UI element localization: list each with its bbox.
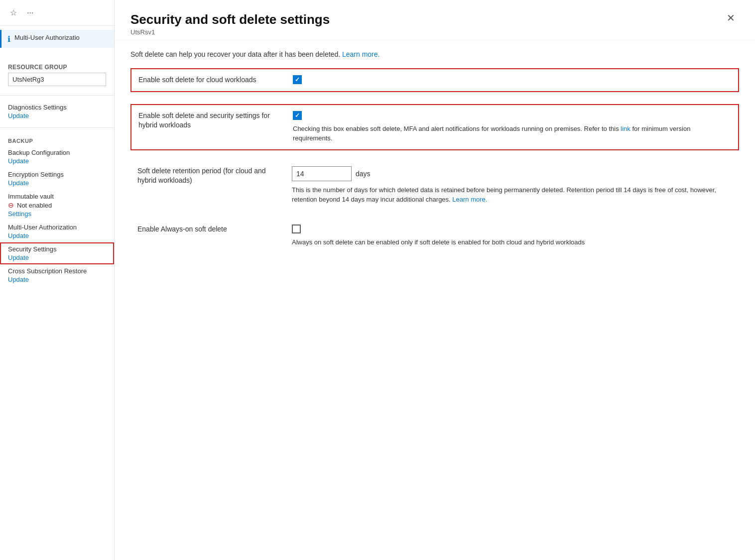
immutable-status-text: Not enabled <box>17 202 52 209</box>
diagnostics-label: Diagnostics Settings <box>8 104 106 111</box>
backup-section-title: BACKUP <box>0 133 114 146</box>
cloud-workloads-control: ✓ <box>293 75 731 84</box>
backup-config-label: Backup Configuration <box>8 149 106 156</box>
always-on-label: Enable Always-on soft delete <box>137 224 292 234</box>
cloud-workloads-label: Enable soft delete for cloud workloads <box>138 75 293 85</box>
hybrid-workloads-label: Enable soft delete and security settings… <box>138 111 293 130</box>
cross-sub-label: Cross Subscription Restore <box>8 267 106 275</box>
sidebar-divider-2 <box>0 127 114 128</box>
cloud-workloads-checkbox[interactable]: ✓ <box>293 75 302 84</box>
immutable-status: ⊖ Not enabled <box>8 201 106 209</box>
sidebar-item-multi-user: Multi-User Authorization Update <box>0 221 114 242</box>
sidebar-item-security-settings: Security Settings Update <box>0 242 114 264</box>
setting-row-cloud-workloads: Enable soft delete for cloud workloads ✓ <box>130 68 739 92</box>
sidebar-item-encryption: Encryption Settings Update <box>0 168 114 190</box>
setting-row-retention: Soft delete retention period (for cloud … <box>130 162 739 209</box>
retention-control: days This is the number of days for whic… <box>292 166 732 205</box>
setting-row-always-on: Enable Always-on soft delete Always on s… <box>130 221 739 251</box>
panel-header: Security and soft delete settings UtsRsv… <box>115 0 755 40</box>
panel-title-block: Security and soft delete settings UtsRsv… <box>130 12 330 36</box>
always-on-control: Always on soft delete can be enabled onl… <box>292 224 732 247</box>
sidebar-item-cross-sub: Cross Subscription Restore Update <box>0 264 114 286</box>
hybrid-workloads-checkmark: ✓ <box>295 112 300 118</box>
main-panel: Security and soft delete settings UtsRsv… <box>115 0 755 560</box>
star-button[interactable]: ☆ <box>8 7 19 18</box>
backup-config-update-link[interactable]: Update <box>8 157 106 165</box>
retention-label: Soft delete retention period (for cloud … <box>137 166 292 186</box>
multi-user-update-link[interactable]: Update <box>8 232 106 239</box>
cross-sub-update-link[interactable]: Update <box>8 276 106 283</box>
hybrid-workloads-control: ✓ Checking this box enables soft delete,… <box>293 111 731 143</box>
diagnostics-update-link[interactable]: Update <box>8 112 106 119</box>
immutable-settings-link[interactable]: Settings <box>8 210 106 218</box>
notification-text: Multi-User Authorizatio <box>14 34 80 41</box>
panel-content: Soft delete can help you recover your da… <box>115 40 755 560</box>
not-enabled-icon: ⊖ <box>8 201 14 209</box>
sidebar: ☆ ··· ℹ Multi-User Authorizatio Resource… <box>0 0 115 560</box>
resource-group-section: Resource group UtsNetRg3 <box>0 52 114 90</box>
multi-user-label: Multi-User Authorization <box>8 224 106 231</box>
intro-text: Soft delete can help you recover your da… <box>130 50 739 58</box>
immutable-label: Immutable vault <box>8 193 106 200</box>
always-on-check-row <box>292 224 732 233</box>
cloud-workloads-checkmark: ✓ <box>295 77 300 83</box>
notification-banner: ℹ Multi-User Authorizatio <box>0 30 114 48</box>
sidebar-item-backup-config: Backup Configuration Update <box>0 146 114 168</box>
hybrid-workloads-checkbox[interactable]: ✓ <box>293 111 302 120</box>
info-icon: ℹ <box>7 34 10 44</box>
always-on-checkbox[interactable] <box>292 224 301 233</box>
security-settings-label: Security Settings <box>8 245 106 253</box>
encryption-label: Encryption Settings <box>8 171 106 178</box>
more-button[interactable]: ··· <box>25 7 35 18</box>
close-button[interactable]: ✕ <box>723 10 739 26</box>
retention-suffix: days <box>356 170 371 178</box>
retention-description: This is the number of days for which del… <box>292 185 732 205</box>
retention-input-row: days <box>292 166 732 181</box>
setting-row-hybrid-workloads: Enable soft delete and security settings… <box>130 104 739 150</box>
panel-title: Security and soft delete settings <box>130 12 330 27</box>
always-on-description: Always on soft delete can be enabled onl… <box>292 237 732 247</box>
hybrid-link[interactable]: link <box>621 125 630 132</box>
cloud-workloads-check-row: ✓ <box>293 75 731 84</box>
sidebar-top-bar: ☆ ··· <box>0 0 114 26</box>
encryption-update-link[interactable]: Update <box>8 179 106 187</box>
sidebar-divider-1 <box>0 95 114 96</box>
sidebar-item-diagnostics: Diagnostics Settings Update <box>0 101 114 122</box>
security-settings-update-link[interactable]: Update <box>8 254 106 261</box>
hybrid-workloads-description: Checking this box enables soft delete, M… <box>293 124 731 143</box>
retention-input[interactable] <box>292 166 352 181</box>
hybrid-workloads-check-row: ✓ <box>293 111 731 120</box>
retention-learn-more-link[interactable]: Learn more. <box>452 196 487 203</box>
sidebar-item-immutable: Immutable vault ⊖ Not enabled Settings <box>0 190 114 221</box>
learn-more-link-intro[interactable]: Learn more. <box>342 50 379 58</box>
panel-subtitle: UtsRsv1 <box>130 28 330 36</box>
resource-group-label: Resource group <box>8 64 106 71</box>
resource-group-value: UtsNetRg3 <box>8 73 106 86</box>
